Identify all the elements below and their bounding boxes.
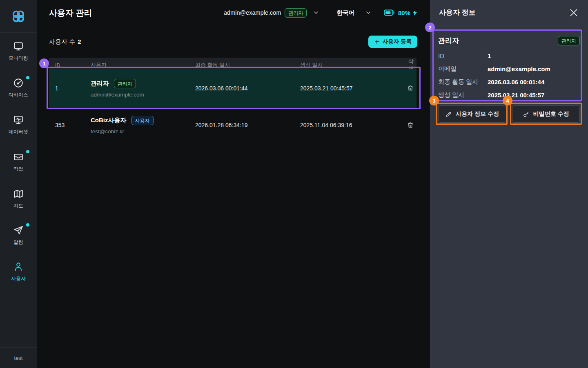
sidebar-item-users[interactable]: 사용자 xyxy=(0,261,37,282)
field-created: 생성 일시 2025.03.21 00:45:57 xyxy=(438,88,580,101)
user-name: 관리자 xyxy=(91,80,109,88)
users-table: ID 사용자 최종 활동 일시 생성 일시 삭제 1 관리자 관리자 admin… xyxy=(49,58,416,142)
role-badge: 관리자 xyxy=(114,79,136,88)
sidebar-item-label: 데이터셋 xyxy=(9,128,28,135)
role-badge: 사용자 xyxy=(131,116,154,125)
panel-header: 사용자 정보 xyxy=(430,0,588,25)
edit-user-info-button[interactable]: 사용자 정보 수정 xyxy=(438,105,506,123)
account-email: admin@example.com xyxy=(224,9,281,16)
pencil-icon xyxy=(445,111,452,118)
inbox-tray-icon xyxy=(13,152,24,162)
delete-user-button[interactable] xyxy=(404,85,416,92)
plus-icon xyxy=(374,39,380,45)
user-email: test@cobiz.kr xyxy=(91,128,195,135)
sidebar-item-devices[interactable]: 디바이스 xyxy=(0,78,37,99)
panel-title: 사용자 정보 xyxy=(439,8,476,17)
sidebar-item-label: 사용자 xyxy=(11,275,26,282)
chevron-down-icon[interactable] xyxy=(313,9,319,16)
account-role-badge: 관리자 xyxy=(285,8,307,18)
panel-fields: ID 1 이메일 admin@example.com 최종 활동 일시 2026… xyxy=(438,49,580,101)
user-icon xyxy=(13,261,24,272)
knot-logo-icon xyxy=(10,8,27,25)
close-icon[interactable] xyxy=(568,7,579,18)
sidebar-item-label: 지도 xyxy=(13,202,23,209)
toolbar: 사용자 수2 사용자 등록 xyxy=(49,36,417,48)
sidebar-item-dataset[interactable]: 데이터셋 xyxy=(0,114,37,135)
battery-status: 80% xyxy=(384,9,417,16)
sidebar-item-notifications[interactable]: 알림 xyxy=(0,225,37,246)
sidebar-item-map[interactable]: 지도 xyxy=(0,188,37,209)
user-count-value: 2 xyxy=(78,38,81,45)
notification-dot xyxy=(26,150,29,153)
page-title: 사용자 관리 xyxy=(49,7,92,18)
sidebar-item-tasks[interactable]: 작업 xyxy=(0,152,37,173)
cell-last-active: 2026.03.06 00:01:44 xyxy=(195,85,300,92)
language-selector[interactable]: 한국어 xyxy=(336,9,354,17)
column-header-user: 사용자 xyxy=(91,61,195,69)
account-cluster: admin@example.com 관리자 한국어 80% xyxy=(224,8,417,18)
field-last-active: 최종 활동 일시 2026.03.06 00:01:44 xyxy=(438,75,580,88)
dataset-monitor-icon xyxy=(13,114,24,125)
monitor-icon xyxy=(13,41,24,52)
cell-id: 353 xyxy=(49,122,91,128)
sidebar-item-label: 작업 xyxy=(13,166,23,173)
main-header: 사용자 관리 admin@example.com 관리자 한국어 80% xyxy=(37,0,430,25)
cell-user: 관리자 관리자 admin@example.com xyxy=(91,79,195,98)
delete-user-button[interactable] xyxy=(404,121,416,129)
cell-created: 2025.11.04 06:39:16 xyxy=(300,122,404,128)
sidebar-item-label: 알림 xyxy=(13,239,23,246)
sidebar-footer-version: test xyxy=(0,347,37,368)
column-header-last-active: 최종 활동 일시 xyxy=(195,61,300,69)
column-header-created: 생성 일시 xyxy=(300,61,404,69)
cell-user: CoBiz사용자 사용자 test@cobiz.kr xyxy=(91,116,195,135)
panel-actions: 사용자 정보 수정 비밀번호 수정 xyxy=(438,105,580,123)
cell-created: 2025.03.21 00:45:57 xyxy=(300,85,404,92)
table-header-row: ID 사용자 최종 활동 일시 생성 일시 삭제 xyxy=(49,58,416,69)
sidebar: 모니터링 디바이스 데이터셋 작업 xyxy=(0,0,37,368)
table-row-cobiz-user[interactable]: 353 CoBiz사용자 사용자 test@cobiz.kr 2026.01.2… xyxy=(49,108,416,142)
charging-bolt-icon xyxy=(412,10,417,16)
cell-last-active: 2026.01.28 06:34:19 xyxy=(195,122,300,128)
main-content: 사용자 관리 admin@example.com 관리자 한국어 80% xyxy=(37,0,430,368)
key-icon xyxy=(523,111,530,118)
map-icon xyxy=(13,188,24,199)
chevron-down-icon[interactable] xyxy=(365,9,372,16)
cell-id: 1 xyxy=(49,85,91,92)
trash-icon xyxy=(407,85,414,92)
battery-icon xyxy=(384,9,395,16)
panel-role-badge: 관리자 xyxy=(558,36,580,45)
app-logo[interactable] xyxy=(0,0,37,33)
edit-password-button[interactable]: 비밀번호 수정 xyxy=(512,105,580,123)
trash-icon xyxy=(407,121,414,129)
notification-dot xyxy=(26,223,29,227)
battery-percent: 80% xyxy=(398,9,410,16)
table-row-admin[interactable]: 1 관리자 관리자 admin@example.com 2026.03.06 0… xyxy=(49,69,416,108)
column-header-id: ID xyxy=(49,62,91,68)
notification-dot xyxy=(26,76,29,79)
gauge-icon xyxy=(13,78,24,88)
user-count: 사용자 수2 xyxy=(49,38,81,46)
register-user-button[interactable]: 사용자 등록 xyxy=(368,36,417,48)
user-info-panel: 사용자 정보 관리자 관리자 ID 1 이메일 admin@example.co… xyxy=(430,0,588,368)
field-email: 이메일 admin@example.com xyxy=(438,62,580,75)
user-email: admin@example.com xyxy=(91,92,195,98)
sidebar-item-label: 모니터링 xyxy=(9,55,28,62)
user-name: CoBiz사용자 xyxy=(91,117,127,124)
sidebar-item-label: 디바이스 xyxy=(9,92,28,99)
sidebar-item-monitoring[interactable]: 모니터링 xyxy=(0,41,37,62)
panel-user-name: 관리자 xyxy=(438,36,459,45)
user-detail-box: 관리자 관리자 ID 1 이메일 admin@example.com 최종 활동… xyxy=(430,25,588,123)
field-id: ID 1 xyxy=(438,49,580,62)
paper-plane-icon xyxy=(13,225,24,236)
